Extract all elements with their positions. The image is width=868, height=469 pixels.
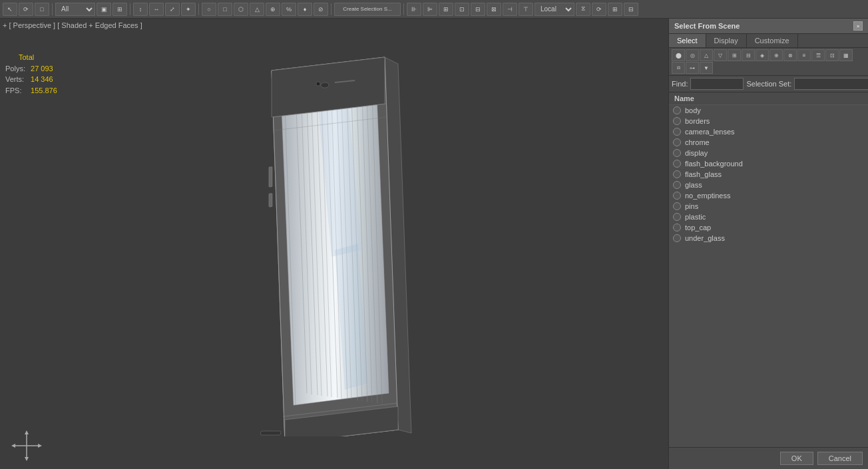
sep1 [52,3,53,15]
icon-btn-16[interactable]: ▼ [700,62,713,74]
select-tool-btn[interactable]: ↖ [3,3,17,16]
icon-btn-13[interactable]: ▦ [839,49,853,61]
scene-item-radio [673,138,681,146]
icon-btn-15[interactable]: ⊶ [686,62,699,74]
local-dropdown[interactable]: Local [535,3,574,16]
icon-btn-14[interactable]: ⧈ [672,62,685,74]
tool-2[interactable]: ⟳ [19,3,33,16]
tool-15[interactable]: % [282,3,296,16]
icon-btn-7[interactable]: ◈ [756,49,769,61]
tool-19[interactable]: ⊫ [423,3,437,16]
tool-6[interactable]: ↕ [133,3,148,16]
icon-btn-4[interactable]: ▽ [714,49,727,61]
scene-list-item[interactable]: plastic [669,212,868,222]
tool-14[interactable]: ⊕ [266,3,280,16]
selection-set-input[interactable] [794,78,868,90]
icon-btn-1[interactable]: ⬤ [672,49,685,61]
tool-18[interactable]: ⊪ [407,3,421,16]
tool-7[interactable]: ↔ [149,3,164,16]
viewport-label: + [ Perspective ] [ Shaded + Edged Faces… [3,21,142,29]
tool-9[interactable]: ✦ [181,3,196,16]
sep5 [403,3,404,15]
cancel-button[interactable]: Cancel [817,452,863,465]
scene-item-radio [673,234,681,242]
svg-rect-32 [269,193,272,206]
icon-btn-11[interactable]: ☰ [811,49,825,61]
scene-item-radio [673,202,681,210]
scene-item-radio [673,224,681,232]
icon-btn-12[interactable]: ⊡ [825,49,839,61]
tool-24[interactable]: ⊣ [503,3,517,16]
scene-list-item[interactable]: body [669,105,868,116]
find-label: Find: [672,80,688,88]
scene-list-item[interactable]: pins [669,201,868,212]
panel-title-bar: Select From Scene × [669,19,868,34]
scene-list-item[interactable]: top_cap [669,222,868,233]
viewport[interactable]: + [ Perspective ] [ Shaded + Edged Faces… [0,19,668,469]
scene-item-label: borders [685,117,710,125]
svg-marker-36 [25,430,29,434]
scene-list-item[interactable]: display [669,148,868,158]
tool-26[interactable]: ⧖ [576,3,590,16]
scene-list-item[interactable]: borders [669,116,868,126]
scene-list-item[interactable]: glass [669,180,868,190]
tool-27[interactable]: ⟳ [592,3,606,16]
tool-23[interactable]: ⊠ [487,3,501,16]
icon-btn-2[interactable]: ◎ [686,49,699,61]
polys-label: Polys: [5,63,29,75]
icon-btn-5[interactable]: ⊞ [728,49,741,61]
tool-25[interactable]: ⊤ [519,3,533,16]
icon-btn-10[interactable]: ≡ [797,49,811,61]
tool-5[interactable]: ⊞ [112,3,127,16]
scene-list[interactable]: bodyborderscamera_lenseschromedisplayfla… [669,105,868,447]
tab-display[interactable]: Display [706,34,747,47]
tool-3[interactable]: □ [35,3,49,16]
sep3 [198,3,199,15]
scene-list-item[interactable]: flash_glass [669,169,868,180]
mode-dropdown[interactable]: All [55,3,95,16]
tool-12[interactable]: ⬡ [234,3,248,16]
scene-item-radio [673,170,681,178]
scene-item-label: display [685,149,708,157]
svg-point-26 [316,82,320,86]
fps-label: FPS: [5,85,29,96]
tool-21[interactable]: ⊡ [455,3,469,16]
fps-value: 155.876 [31,86,57,94]
scene-list-item[interactable]: flash_background [669,158,868,169]
scene-item-label: no_emptiness [685,192,731,200]
svg-marker-37 [25,457,29,461]
tab-customize[interactable]: Customize [747,34,798,47]
scene-list-item[interactable]: no_emptiness [669,190,868,201]
phone-svg [232,51,418,436]
tool-10[interactable]: ○ [202,3,216,16]
tab-select[interactable]: Select [669,34,706,47]
selection-set-label: Selection Set: [746,80,791,88]
create-selection-btn[interactable]: Create Selection S... [334,3,401,16]
icon-btn-3[interactable]: △ [700,49,713,61]
total-stat: Total [5,52,57,63]
tool-29[interactable]: ⊟ [624,3,638,16]
scene-list-item[interactable]: camera_lenses [669,126,868,137]
tool-4[interactable]: ▣ [97,3,111,16]
tool-11[interactable]: □ [218,3,232,16]
scene-list-item[interactable]: chrome [669,137,868,148]
icon-btn-6[interactable]: ⊟ [742,49,755,61]
icon-btn-9[interactable]: ⊗ [783,49,797,61]
tool-28[interactable]: ⊞ [608,3,622,16]
icon-btn-8[interactable]: ⊕ [769,49,783,61]
tool-20[interactable]: ⊞ [439,3,453,16]
scene-item-label: body [685,106,701,114]
tool-13[interactable]: △ [250,3,264,16]
tool-22[interactable]: ⊟ [471,3,485,16]
tool-17[interactable]: ⊘ [314,3,328,16]
tool-16[interactable]: ♦ [298,3,312,16]
scene-list-item[interactable]: under_glass [669,233,868,243]
scene-item-radio [673,181,681,189]
ok-button[interactable]: OK [780,452,813,465]
sep4 [331,3,331,15]
scene-item-radio [673,213,681,221]
polys-stat: Polys: 27 093 [5,63,57,75]
find-input[interactable] [690,78,744,90]
panel-close-button[interactable]: × [853,21,863,31]
tool-8[interactable]: ⤢ [165,3,180,16]
